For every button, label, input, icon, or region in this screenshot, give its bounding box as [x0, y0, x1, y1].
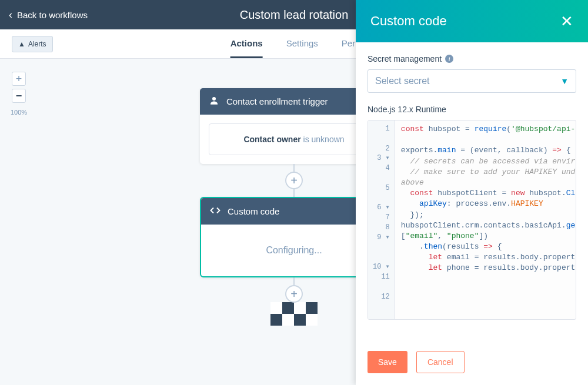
- zoom-controls: + − 100%: [11, 72, 27, 116]
- custom-code-side-panel: Custom code ✕ Secret management i Select…: [356, 0, 588, 385]
- page-title: Custom lead rotation: [240, 8, 349, 22]
- secret-management-label: Secret management i: [368, 54, 576, 63]
- secret-select[interactable]: Select secret ▼: [368, 69, 576, 93]
- cancel-button[interactable]: Cancel: [416, 351, 465, 373]
- code-content[interactable]: const hubspot = require('@hubspot/api-cl…: [395, 120, 576, 319]
- close-panel-button[interactable]: ✕: [560, 12, 573, 31]
- code-icon: [210, 205, 220, 217]
- info-icon[interactable]: i: [445, 55, 453, 63]
- back-label: Back to workflows: [17, 10, 88, 20]
- trigger-condition: Contact owner is unknown: [209, 123, 379, 155]
- panel-title: Custom code: [370, 14, 447, 29]
- panel-footer: Save Cancel: [356, 339, 588, 385]
- zoom-out-button[interactable]: −: [12, 89, 26, 103]
- save-button[interactable]: Save: [368, 351, 407, 373]
- alerts-button[interactable]: ▲ Alerts: [12, 36, 53, 52]
- add-action-button-1[interactable]: +: [285, 172, 303, 189]
- code-gutter: 1 2 3 ▾ 4 5 6 ▾ 7 8 9 ▾ 10 ▾ 11 12: [368, 120, 395, 319]
- code-editor[interactable]: 1 2 3 ▾ 4 5 6 ▾ 7 8 9 ▾ 10 ▾ 11 12 const…: [368, 120, 576, 320]
- person-icon: [209, 95, 219, 108]
- zoom-percent: 100%: [11, 109, 27, 116]
- runtime-label: Node.js 12.x Runtime: [368, 105, 576, 114]
- panel-header: Custom code ✕: [356, 0, 588, 42]
- workflow-end-marker: [270, 302, 318, 326]
- custom-code-title: Custom code: [228, 206, 279, 216]
- panel-body: Secret management i Select secret ▼ Node…: [356, 42, 588, 339]
- trigger-title: Contact enrollment trigger: [226, 96, 328, 106]
- warning-icon: ▲: [18, 40, 25, 48]
- back-to-workflows-link[interactable]: ‹ Back to workflows: [9, 9, 88, 21]
- chevron-left-icon: ‹: [9, 9, 12, 21]
- add-action-button-2[interactable]: +: [285, 285, 303, 303]
- chevron-down-icon: ▼: [560, 76, 569, 86]
- tabs: Actions Settings Perf: [230, 29, 358, 58]
- tab-actions[interactable]: Actions: [230, 29, 263, 58]
- svg-point-0: [212, 97, 216, 101]
- tab-settings[interactable]: Settings: [286, 29, 318, 58]
- zoom-in-button[interactable]: +: [12, 72, 26, 86]
